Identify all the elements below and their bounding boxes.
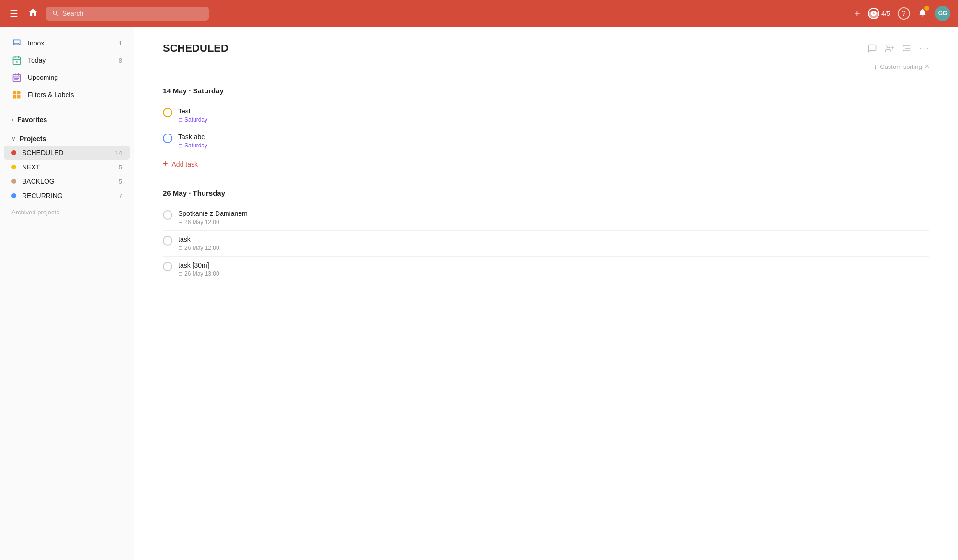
svg-point-22 (903, 50, 904, 52)
task-meta-text-spotkanie: 26 May 12:00 (184, 219, 219, 225)
task-meta-test: ⊟ Saturday (178, 116, 929, 123)
filters-label: Filters & Labels (28, 91, 122, 99)
task-meta-task30m: ⊟ 26 May 13:00 (178, 270, 929, 277)
svg-rect-14 (17, 95, 21, 99)
today-icon: 8 (11, 55, 22, 66)
sidebar-item-inbox[interactable]: Inbox 1 (4, 34, 130, 52)
svg-rect-11 (13, 91, 17, 95)
help-button[interactable]: ? (898, 7, 910, 20)
task-content-taskabc: Task abc ⊟ Saturday (178, 133, 929, 149)
add-member-icon[interactable] (885, 44, 894, 53)
sidebar-item-upcoming[interactable]: Upcoming (4, 69, 130, 86)
page-title: SCHEDULED (163, 42, 867, 55)
task-content-spotkanie: Spotkanie z Damianem ⊟ 26 May 12:00 (178, 210, 929, 225)
sort-bar: ↓ Custom sorting × (163, 58, 929, 75)
task-item-spotkanie[interactable]: Spotkanie z Damianem ⊟ 26 May 12:00 (163, 205, 929, 231)
task-meta-text-taskabc: Saturday (184, 142, 207, 149)
sort-arrow-icon: ↓ (874, 63, 877, 70)
task-content-test: Test ⊟ Saturday (178, 107, 929, 123)
inbox-count: 1 (119, 40, 122, 47)
favorites-chevron-icon: › (11, 116, 13, 123)
task-calendar-icon-4: ⊟ (178, 245, 182, 251)
karma-indicator[interactable]: 4/5 (868, 8, 890, 19)
user-avatar[interactable]: GG (935, 6, 950, 21)
task-calendar-icon-2: ⊟ (178, 143, 182, 149)
favorites-section[interactable]: › Favorites (4, 111, 130, 126)
backlog-label: BACKLOG (22, 178, 113, 185)
task-name-task30m: task [30m] (178, 261, 929, 269)
sidebar-item-filters[interactable]: Filters & Labels (4, 86, 130, 103)
date-group-may14: 14 May · Saturday Test ⊟ Saturday Task a… (163, 87, 929, 174)
task-checkbox-task[interactable] (163, 236, 172, 246)
hamburger-icon[interactable]: ☰ (8, 6, 20, 21)
search-bar[interactable]: Search (46, 7, 209, 21)
svg-point-15 (887, 45, 890, 48)
task-name-taskabc: Task abc (178, 133, 929, 141)
task-content-task: task ⊟ 26 May 12:00 (178, 235, 929, 251)
main-content: SCHEDULED ··· ↓ Custom sorting × 14 (134, 27, 958, 560)
task-meta-spotkanie: ⊟ 26 May 12:00 (178, 219, 929, 225)
sort-close-button[interactable]: × (925, 62, 929, 71)
task-meta-taskabc: ⊟ Saturday (178, 142, 929, 149)
task-meta-text-test: Saturday (184, 116, 207, 123)
favorites-title: Favorites (17, 116, 47, 123)
scheduled-count: 14 (115, 149, 122, 157)
sidebar-item-recurring[interactable]: RECURRING 7 (4, 189, 130, 203)
backlog-count: 5 (119, 178, 122, 185)
home-icon[interactable] (26, 5, 40, 22)
task-meta-task: ⊟ 26 May 12:00 (178, 245, 929, 251)
notification-badge (924, 6, 929, 11)
task-item-task30m[interactable]: task [30m] ⊟ 26 May 13:00 (163, 257, 929, 282)
inbox-label: Inbox (28, 39, 113, 47)
sidebar-item-next[interactable]: NEXT 5 (4, 160, 130, 174)
task-item-test[interactable]: Test ⊟ Saturday (163, 102, 929, 128)
task-name-task: task (178, 235, 929, 243)
scheduled-label: SCHEDULED (22, 149, 110, 157)
add-task-may14[interactable]: + Add task (163, 154, 929, 174)
date-group-may26: 26 May · Thursday Spotkanie z Damianem ⊟… (163, 189, 929, 282)
main-action-buttons: ··· (867, 42, 929, 55)
karma-circle (868, 8, 879, 19)
add-task-label-may14: Add task (172, 160, 198, 168)
recurring-label: RECURRING (22, 192, 113, 200)
projects-title: Projects (20, 135, 46, 143)
svg-text:8: 8 (16, 61, 18, 64)
svg-rect-12 (17, 91, 21, 95)
sidebar-item-scheduled[interactable]: SCHEDULED 14 (4, 146, 130, 160)
recurring-dot (11, 193, 16, 198)
today-label: Today (28, 56, 113, 64)
search-icon (52, 10, 58, 18)
task-checkbox-spotkanie[interactable] (163, 210, 172, 220)
sidebar-item-today[interactable]: 8 Today 8 (4, 52, 130, 69)
task-content-task30m: task [30m] ⊟ 26 May 13:00 (178, 261, 929, 277)
task-name-test: Test (178, 107, 929, 115)
filters-icon (11, 90, 22, 100)
task-item-task[interactable]: task ⊟ 26 May 12:00 (163, 231, 929, 257)
add-task-plus-icon: + (163, 159, 168, 169)
main-header: SCHEDULED ··· (163, 42, 929, 55)
sidebar: Inbox 1 8 Today 8 Upcoming Filters & Lab… (0, 27, 134, 560)
next-dot (11, 165, 16, 169)
topnav-right-actions: + 4/5 ? GG (854, 6, 950, 21)
archived-projects-link[interactable]: Archived projects (0, 203, 134, 219)
notifications-button[interactable] (918, 8, 927, 20)
projects-chevron-icon: ∨ (11, 135, 16, 142)
more-options-icon[interactable]: ··· (919, 42, 929, 55)
today-count: 8 (119, 57, 122, 64)
comment-icon[interactable] (867, 44, 877, 53)
sidebar-item-backlog[interactable]: BACKLOG 5 (4, 174, 130, 189)
sort-label[interactable]: Custom sorting (880, 63, 922, 70)
task-item-taskabc[interactable]: Task abc ⊟ Saturday (163, 128, 929, 154)
upcoming-label: Upcoming (28, 74, 122, 81)
scheduled-dot (11, 150, 16, 155)
add-button[interactable]: + (854, 8, 860, 19)
view-options-icon[interactable] (902, 44, 912, 53)
date-header-may26: 26 May · Thursday (163, 189, 929, 201)
search-placeholder-text: Search (62, 10, 83, 17)
task-calendar-icon-5: ⊟ (178, 271, 182, 277)
task-checkbox-task30m[interactable] (163, 262, 172, 271)
projects-section[interactable]: ∨ Projects (4, 130, 130, 146)
task-checkbox-test[interactable] (163, 108, 172, 117)
next-count: 5 (119, 164, 122, 171)
task-checkbox-taskabc[interactable] (163, 134, 172, 143)
